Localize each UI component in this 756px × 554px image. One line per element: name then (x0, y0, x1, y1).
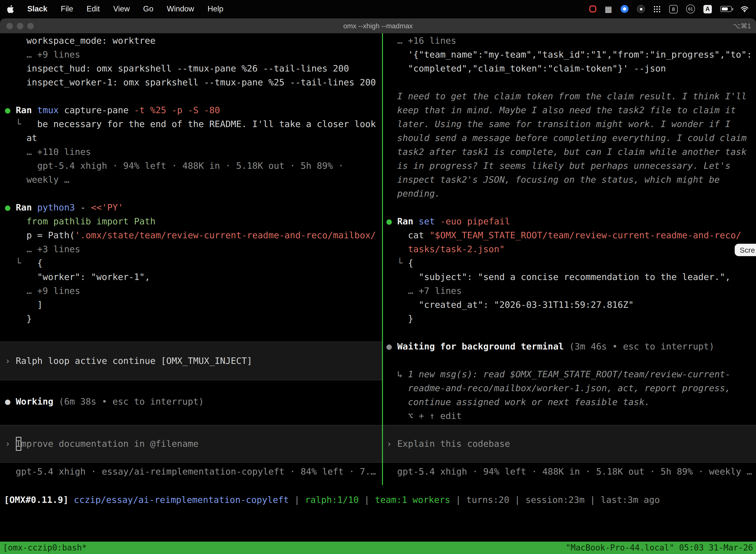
text-segment: › (5, 354, 16, 368)
text-segment: gpt-5.4 xhigh · 94% left · 488K in · 5.1… (386, 466, 752, 477)
pane-status-line: gpt-5.4 xhigh · essay/ai-reimplementatio… (5, 465, 382, 479)
window-shortcut-hint: ⌥⌘1 (733, 22, 751, 30)
footer-segment: | (450, 494, 466, 505)
menu-edit[interactable]: Edit (86, 4, 100, 13)
text-segment: python3 (37, 202, 80, 213)
terminal-line: at (5, 131, 382, 145)
apple-menu-icon[interactable] (7, 5, 14, 13)
wifi-icon[interactable] (740, 5, 749, 12)
text-segment: ● (5, 396, 16, 406)
terminal-line: ● Ran python3 - <<'PY' (5, 201, 382, 214)
terminal-line (386, 326, 756, 340)
screen: Slack File Edit View Go Window Help ▦ 8 … (0, 0, 756, 554)
battery-icon[interactable] (720, 6, 732, 12)
menu-window[interactable]: Window (167, 4, 194, 13)
text-segment: "created_at": "2026-03-31T11:59:27.816Z" (386, 299, 634, 310)
left-pane[interactable]: workspace_mode: worktree … +9 lines insp… (0, 33, 382, 485)
terminal-line: should send a message before completing … (386, 131, 756, 145)
terminal-line: … +7 lines (386, 284, 756, 298)
tmux-session-window[interactable]: [omx-cczip0:bash* (3, 541, 87, 554)
text-segment: … +16 lines (386, 35, 456, 46)
text-segment: I need to get the claim token from the c… (386, 91, 747, 101)
terminal-window: omx --xhigh --madmax ⌥⌘1 workspace_mode:… (0, 18, 756, 554)
tmux-host-time: "MacBook-Pro-44.local" 05:03 31-Mar-26 (566, 541, 753, 554)
terminal-line: readme-and-reco/mailbox/worker-1.json, a… (386, 381, 756, 395)
terminal-line: ↳ 1 new msg(s): read $OMX_TEAM_STATE_ROO… (386, 367, 756, 381)
text-segment: capture-pane (64, 105, 134, 115)
input-source-icon[interactable]: A (703, 5, 712, 13)
terminal-line: continue assigned work or next feasible … (386, 395, 756, 409)
terminal-line: later. Using the same for transition mig… (386, 117, 756, 131)
screen-recording-icon[interactable] (589, 5, 596, 12)
window-titlebar[interactable]: omx --xhigh --madmax ⌥⌘1 (0, 18, 756, 33)
input-prompt-band[interactable]: › Explain this codebase (383, 425, 756, 463)
text-segment: gpt-5.4 xhigh · essay/ai-reimplementatio… (5, 466, 376, 477)
text-segment: 1 new msg(s): read $OMX_TEAM_STATE_ROOT/… (408, 369, 731, 379)
text-segment: … +9 lines (5, 49, 80, 60)
terminal-line: … +9 lines (5, 48, 382, 62)
text-segment: be necessary for the end of the README. … (37, 119, 376, 129)
menu-file[interactable]: File (61, 4, 73, 13)
terminal-line: "worker": "worker-1", (5, 270, 382, 284)
close-button[interactable] (6, 22, 13, 29)
text-segment: gpt-5.4 xhigh · 94% left · 488K in · 5.1… (5, 160, 343, 171)
input-prompt-band[interactable]: › Improve documentation in @filename (0, 425, 382, 463)
terminal-line: '{"team_name":"my-team","task_id":"1","f… (386, 48, 756, 62)
text-segment: Ralph loop active continue [OMX_TMUX_INJ… (16, 354, 252, 368)
terminal-line: tasks/task-2.json" (386, 242, 756, 256)
battery-gauge-icon[interactable]: 61 (686, 4, 695, 13)
text-segment: tmux (37, 105, 64, 115)
key-8-icon[interactable]: 8 (669, 5, 678, 13)
text-segment: { (37, 258, 43, 268)
terminal-line: … +110 lines (5, 145, 382, 159)
app-grid-icon[interactable] (653, 5, 661, 13)
footer-segment: | (359, 494, 375, 505)
footer-segment: session:23m (525, 494, 584, 505)
text-segment: I (16, 437, 21, 451)
menu-view[interactable]: View (113, 4, 130, 13)
zoom-button[interactable] (27, 22, 34, 29)
terminal-line: "subject": "send a concise recommendatio… (386, 270, 756, 284)
loom-icon[interactable] (621, 5, 629, 13)
text-segment: } (5, 313, 32, 324)
terminal-line: … +9 lines (5, 284, 382, 298)
terminal-line: … +16 lines (386, 34, 756, 48)
terminal-line: └ be necessary for the end of the README… (5, 117, 382, 131)
text-segment: Ran (16, 202, 37, 213)
text-segment: is in progress? It seems likely but perh… (386, 160, 731, 171)
text-segment: Ran (16, 105, 37, 115)
text-segment: ● (5, 202, 16, 213)
screen-overlay[interactable]: Scre (735, 244, 756, 256)
text-segment: └ (386, 258, 408, 268)
text-segment: inspect task2's JSON, focusing on the st… (386, 174, 720, 185)
text-segment: '.omx/state/team/review-current-readme-a… (75, 230, 376, 240)
text-segment: should send a message before completing … (386, 132, 747, 143)
right-pane[interactable]: … +16 lines '{"team_name":"my-team","tas… (383, 33, 756, 485)
window-title: omx --xhigh --madmax (0, 22, 756, 30)
tmux-panes: workspace_mode: worktree … +9 lines insp… (0, 33, 756, 485)
text-segment: from pathlib import Path (5, 216, 155, 226)
menu-help[interactable]: Help (208, 4, 224, 13)
text-segment: … +3 lines (5, 244, 80, 254)
footer-segment: turns:20 (466, 494, 509, 505)
minimize-button[interactable] (17, 22, 23, 29)
menu-go[interactable]: Go (143, 4, 153, 13)
text-segment: › (5, 437, 16, 451)
terminal-line: weekly … (5, 173, 382, 187)
waiting-status-line: ● Waiting for background terminal (3m 46… (386, 340, 756, 353)
app-menu-slack[interactable]: Slack (27, 4, 47, 13)
tmux-status-bar: [omx-cczip0:bash* "MacBook-Pro-44.local"… (0, 542, 756, 554)
text-segment: } (386, 313, 413, 324)
text-segment: -t %25 -p -S -80 (134, 105, 220, 115)
text-segment: '{"team_name":"my-team","task_id":"1","f… (386, 49, 752, 60)
footer-segment: last:3m ago (601, 494, 660, 505)
inject-prompt-band[interactable]: › Ralph loop active continue [OMX_TMUX_I… (0, 341, 382, 380)
terminal-line: ] (5, 298, 382, 312)
text-segment: later. Using the same for transition mig… (386, 119, 731, 129)
pane-status-line: gpt-5.4 xhigh · 94% left · 488K in · 5.1… (386, 465, 756, 479)
app-dark-icon[interactable] (637, 5, 645, 13)
footer-segment: team:1 workers (375, 494, 450, 505)
text-segment: … +110 lines (5, 147, 91, 157)
terminal-line (386, 353, 756, 367)
keyboard-icon[interactable]: ▦ (605, 4, 612, 14)
